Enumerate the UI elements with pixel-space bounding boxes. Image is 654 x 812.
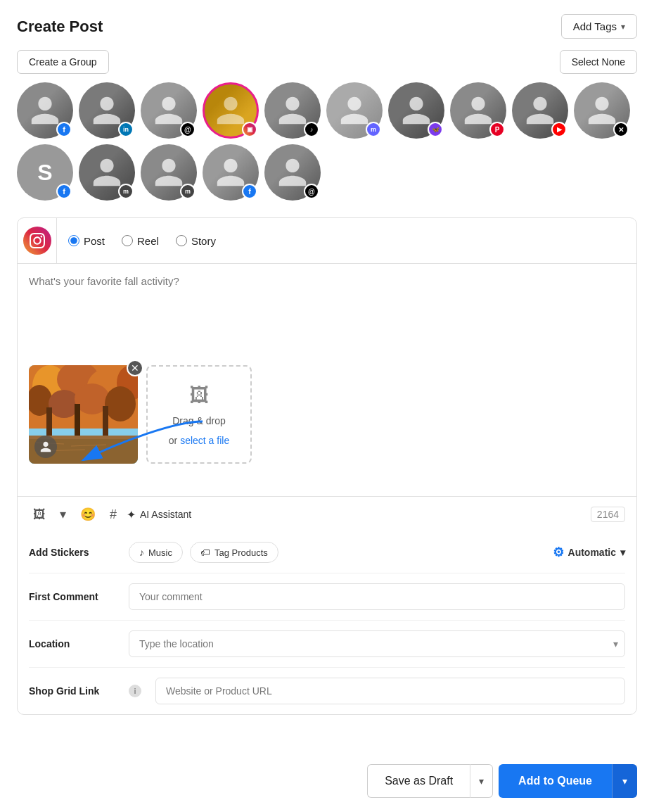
social-badge-mastodon: m	[366, 122, 381, 137]
social-badge-facebook: f	[242, 184, 257, 199]
avatar-item[interactable]: ▶	[512, 82, 568, 139]
footer-actions: Save as Draft ▾ Add to Queue ▾	[0, 750, 654, 812]
media-area: ✕ 🖼 Drag & drop or select a file	[18, 365, 636, 475]
music-icon: ♪	[139, 547, 144, 558]
tag-products-sticker-button[interactable]: 🏷 Tag Products	[190, 542, 278, 563]
location-row: Location ▾	[29, 621, 625, 668]
post-type-story-label: Story	[191, 235, 216, 247]
media-person-tag-overlay	[34, 436, 57, 458]
char-count-display: 2164	[591, 507, 625, 522]
shop-grid-link-row: Shop Grid Link i	[29, 668, 625, 714]
automatic-button[interactable]: ⚙ Automatic ▾	[553, 545, 625, 560]
chevron-down-icon: ▾	[622, 775, 627, 787]
avatar-item[interactable]: P	[450, 82, 506, 139]
post-type-post-label: Post	[84, 235, 105, 247]
avatar-item[interactable]: in	[79, 82, 135, 139]
svg-rect-10	[46, 407, 52, 436]
avatar-item[interactable]: ✕	[574, 82, 630, 139]
save-draft-dropdown-button[interactable]: ▾	[470, 764, 493, 798]
first-comment-input[interactable]	[129, 583, 625, 610]
add-stickers-row: Add Stickers ♪ Music 🏷 Tag Products ⚙	[29, 532, 625, 573]
sticker-buttons: ♪ Music 🏷 Tag Products	[129, 542, 278, 563]
social-badge-medium: m	[118, 184, 134, 199]
save-draft-group: Save as Draft ▾	[367, 764, 493, 798]
avatar-item[interactable]: ♪	[264, 82, 321, 139]
social-badge-tiktok: ♪	[304, 122, 319, 137]
media-remove-button[interactable]: ✕	[127, 360, 143, 376]
post-type-post-option[interactable]: Post	[68, 235, 105, 247]
post-type-reel-option[interactable]: Reel	[122, 235, 159, 247]
post-toolbar: 🖼 ▾ 😊 # ✦ AI Assistant 2164	[18, 496, 636, 532]
create-group-button[interactable]: Create a Group	[17, 50, 109, 74]
avatar-item[interactable]: f	[17, 82, 73, 139]
add-to-queue-button[interactable]: Add to Queue	[499, 764, 612, 798]
add-stickers-label: Add Stickers	[29, 547, 120, 558]
social-badge-instagram: ▣	[242, 122, 257, 137]
social-badge-facebook: f	[56, 184, 72, 199]
social-badge-youtube: ▶	[551, 122, 567, 137]
chevron-down-icon: ▾	[479, 775, 484, 787]
social-badge-threads: @	[304, 184, 319, 199]
story-radio[interactable]	[176, 235, 187, 246]
reel-radio[interactable]	[122, 235, 133, 246]
music-sticker-button[interactable]: ♪ Music	[129, 542, 183, 563]
social-badge-bluesky: 🦋	[428, 122, 443, 137]
chevron-down-icon: ▾	[621, 22, 625, 32]
avatar-item[interactable]: @	[141, 82, 197, 139]
avatar-item[interactable]: m	[79, 144, 135, 201]
add-tags-button[interactable]: Add Tags ▾	[561, 14, 637, 39]
info-icon[interactable]: i	[129, 685, 141, 697]
add-to-queue-dropdown-button[interactable]: ▾	[612, 764, 637, 798]
emoji-button[interactable]: 😊	[76, 504, 100, 525]
social-badge-linkedin: in	[118, 122, 134, 137]
add-tags-label: Add Tags	[573, 20, 617, 32]
dropdown-button[interactable]: ▾	[56, 504, 70, 525]
social-badge-generic: m	[180, 184, 195, 199]
arrow-annotation	[62, 407, 217, 478]
avatars-section: f in @ ▣	[0, 82, 654, 217]
add-to-queue-group: Add to Queue ▾	[499, 764, 637, 798]
avatar-item[interactable]: @	[264, 144, 321, 201]
avatar-item[interactable]: m	[141, 144, 197, 201]
avatar-item[interactable]: S f	[17, 144, 73, 201]
avatars-row-2: S f m m f	[17, 144, 637, 201]
location-label: Location	[29, 638, 120, 649]
image-upload-button[interactable]: 🖼	[29, 505, 50, 525]
ai-assistant-button[interactable]: ✦ AI Assistant	[127, 508, 191, 521]
shop-grid-link-input[interactable]	[155, 678, 625, 704]
social-badge-threads: @	[180, 122, 195, 137]
social-badge-pinterest: P	[489, 122, 505, 137]
instagram-platform-indicator	[18, 218, 57, 263]
avatar-item-selected[interactable]: ▣	[203, 82, 259, 139]
tag-icon: 🏷	[200, 547, 210, 558]
social-badge-x: ✕	[613, 122, 629, 137]
location-dropdown-icon: ▾	[613, 638, 618, 649]
hashtag-button[interactable]: #	[105, 505, 121, 525]
gear-icon: ⚙	[553, 545, 564, 560]
post-textarea[interactable]	[18, 264, 636, 362]
upload-icon: 🖼	[189, 381, 209, 409]
page-title: Create Post	[17, 18, 103, 36]
social-badge-facebook: f	[56, 122, 72, 137]
location-input[interactable]	[129, 630, 625, 657]
shop-grid-link-label: Shop Grid Link	[29, 685, 120, 697]
post-type-reel-label: Reel	[137, 235, 159, 247]
avatar-item[interactable]: m	[326, 82, 383, 139]
first-comment-row: First Comment	[29, 573, 625, 621]
post-options-section: Add Stickers ♪ Music 🏷 Tag Products ⚙	[18, 532, 636, 714]
avatar-item[interactable]: 🦋	[388, 82, 444, 139]
post-radio[interactable]	[68, 235, 79, 246]
select-none-button[interactable]: Select None	[560, 50, 637, 74]
first-comment-label: First Comment	[29, 591, 120, 602]
ai-icon: ✦	[127, 508, 136, 521]
post-type-story-option[interactable]: Story	[176, 235, 216, 247]
save-draft-button[interactable]: Save as Draft	[367, 764, 470, 798]
chevron-down-icon: ▾	[620, 547, 625, 558]
avatars-row-1: f in @ ▣	[17, 82, 637, 139]
avatar-item[interactable]: f	[203, 144, 259, 201]
